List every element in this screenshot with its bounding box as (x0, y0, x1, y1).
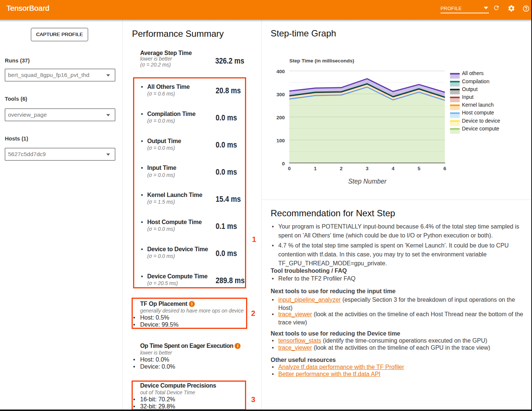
svg-text:Kernel launch: Kernel launch (462, 102, 494, 108)
svg-text:300: 300 (276, 92, 285, 97)
svg-text:Host compute: Host compute (462, 110, 494, 116)
svg-text:Step Number: Step Number (348, 178, 387, 185)
svg-text:1: 1 (314, 166, 317, 171)
svg-text:2: 2 (340, 166, 343, 171)
svg-text:Input: Input (462, 94, 474, 100)
svg-text:All others: All others (462, 70, 484, 76)
svg-text:400: 400 (276, 69, 285, 74)
svg-text:Compilation: Compilation (462, 78, 490, 84)
svg-text:6: 6 (444, 166, 446, 171)
svg-text:200: 200 (276, 115, 285, 120)
svg-text:0: 0 (288, 166, 291, 171)
svg-text:3: 3 (366, 166, 369, 171)
svg-text:0: 0 (282, 161, 285, 166)
svg-text:100: 100 (276, 138, 285, 143)
svg-text:Device compute: Device compute (462, 126, 500, 132)
svg-text:Step Time (in milliseconds): Step Time (in milliseconds) (289, 58, 354, 64)
svg-text:4: 4 (391, 166, 394, 171)
svg-text:Device to device: Device to device (462, 118, 500, 124)
svg-text:Output: Output (462, 86, 478, 92)
svg-text:5: 5 (417, 166, 420, 171)
